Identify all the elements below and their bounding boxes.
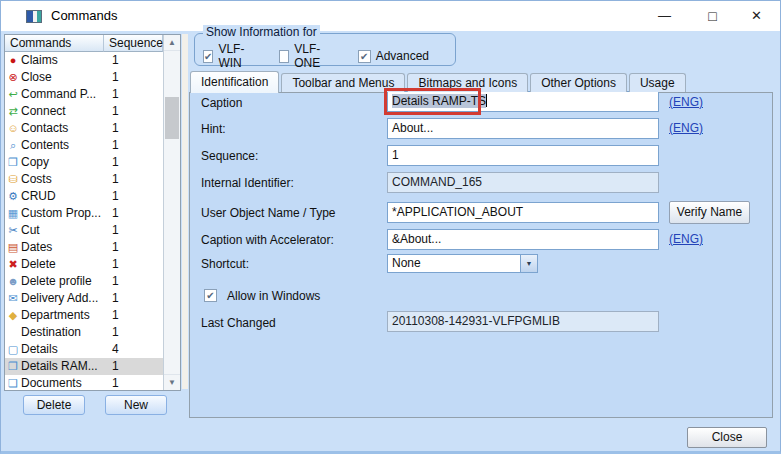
list-item-label: Delete profile xyxy=(21,273,105,290)
list-item[interactable]: ❐Details RAM...1 xyxy=(5,358,163,375)
list-item[interactable]: ▤Dates1 xyxy=(5,239,163,256)
list-item-label: Documents xyxy=(21,375,105,392)
commands-list-panel: Commands Sequence ●Claims1⊗Close1↩Comman… xyxy=(4,34,181,391)
close-window-button[interactable]: ✕ xyxy=(734,1,779,31)
sequence-input[interactable]: 1 xyxy=(387,145,659,166)
list-item[interactable]: ↩Command P...1 xyxy=(5,86,163,103)
list-item-label: Costs xyxy=(21,171,105,188)
list-item[interactable]: ☺Contacts1 xyxy=(5,120,163,137)
list-item-sequence: 1 xyxy=(105,120,163,137)
list-item-sequence: 1 xyxy=(105,137,163,154)
list-item[interactable]: ⇄Connect1 xyxy=(5,103,163,120)
list-item[interactable]: ☻Delete profile1 xyxy=(5,273,163,290)
checkbox-box[interactable]: ✔ xyxy=(358,50,371,63)
column-header-sequence[interactable]: Sequence xyxy=(104,35,163,52)
scrollbar-thumb[interactable] xyxy=(165,97,179,139)
shortcut-dropdown[interactable]: None ▼ xyxy=(387,254,538,273)
envelope-icon: ✉ xyxy=(5,290,21,307)
list-item-sequence: 1 xyxy=(105,222,163,239)
caption-label: Caption xyxy=(201,96,242,110)
list-item-sequence: 1 xyxy=(105,103,163,120)
user-object-name-label: User Object Name / Type xyxy=(201,206,336,220)
commands-rows: ●Claims1⊗Close1↩Command P...1⇄Connect1☺C… xyxy=(5,52,163,392)
list-item[interactable]: ❏Documents1 xyxy=(5,375,163,392)
list-item[interactable]: ✉Delivery Add...1 xyxy=(5,290,163,307)
checkbox-vlf-win[interactable]: ✔VLF-WIN xyxy=(203,42,253,70)
tab-identification[interactable]: Identification xyxy=(190,71,279,93)
connect-arrows-icon: ⇄ xyxy=(5,103,21,120)
scroll-down-icon[interactable]: ▼ xyxy=(164,374,180,390)
delete-button[interactable]: Delete xyxy=(23,395,85,415)
list-item-sequence: 1 xyxy=(105,324,163,341)
checkbox-label: VLF-ONE xyxy=(294,42,331,70)
commands-dialog: Commands — □ ✕ Commands Sequence ●Claims… xyxy=(0,0,781,454)
tab-bitmaps-and-icons[interactable]: Bitmaps and Icons xyxy=(407,73,528,92)
stop-circle-icon: ● xyxy=(5,52,21,69)
list-item-sequence: 1 xyxy=(105,205,163,222)
list-item[interactable]: ●Claims1 xyxy=(5,52,163,69)
list-item-label: Contacts xyxy=(21,120,105,137)
list-item-label: CRUD xyxy=(21,188,105,205)
maximize-button[interactable]: □ xyxy=(690,1,735,31)
checkbox-advanced[interactable]: ✔Advanced xyxy=(358,42,429,70)
tab-toolbar-and-menus[interactable]: Toolbar and Menus xyxy=(281,73,405,92)
list-item[interactable]: ✖Delete1 xyxy=(5,256,163,273)
delete-x-icon: ✖ xyxy=(5,256,21,273)
vertical-scrollbar[interactable]: ▲ ▼ xyxy=(163,35,180,390)
verify-name-button[interactable]: Verify Name xyxy=(669,201,750,224)
caption-with-accelerator-input[interactable]: &About... xyxy=(387,229,659,250)
list-item-sequence: 1 xyxy=(105,188,163,205)
show-information-groupbox: Show Information for ✔VLF-WINVLF-ONE✔Adv… xyxy=(194,33,456,66)
close-button[interactable]: Close xyxy=(687,427,767,448)
list-item-sequence: 1 xyxy=(105,52,163,69)
hint-eng-link[interactable]: (ENG) xyxy=(669,121,703,135)
checkbox-box[interactable]: ✔ xyxy=(203,50,213,63)
allow-in-windows-checkbox[interactable]: ✔ xyxy=(204,289,217,302)
list-item-label: Details RAM... xyxy=(21,358,105,375)
list-item[interactable]: ◆Departments1 xyxy=(5,307,163,324)
list-item[interactable]: ✂Cut1 xyxy=(5,222,163,239)
caption-with-accelerator-label: Caption with Accelerator: xyxy=(201,233,334,247)
chevron-down-icon[interactable]: ▼ xyxy=(520,255,537,272)
list-item[interactable]: ⛁Costs1 xyxy=(5,171,163,188)
shortcut-label: Shortcut: xyxy=(201,257,249,271)
caption-input[interactable]: Details RAMP-TS xyxy=(387,91,659,112)
list-item[interactable]: ▦Custom Prop...1 xyxy=(5,205,163,222)
caption-eng-link[interactable]: (ENG) xyxy=(669,95,703,109)
tab-bar: IdentificationToolbar and MenusBitmaps a… xyxy=(190,73,688,92)
list-item-label: Details xyxy=(21,341,105,358)
sequence-label: Sequence: xyxy=(201,149,258,163)
groupbox-legend: Show Information for xyxy=(203,25,320,39)
list-item-label: Dates xyxy=(21,239,105,256)
list-item-label: Copy xyxy=(21,154,105,171)
internal-identifier-label: Internal Identifier: xyxy=(201,176,294,190)
column-header-commands[interactable]: Commands xyxy=(5,35,104,52)
title-bar[interactable]: Commands — □ ✕ xyxy=(1,1,780,31)
list-item-label: Delete xyxy=(21,256,105,273)
list-item-label: Delivery Add... xyxy=(21,290,105,307)
document-icon: ❏ xyxy=(5,375,21,392)
user-object-name-input[interactable]: *APPLICATION_ABOUT xyxy=(387,202,659,223)
list-item[interactable]: ▢Details4 xyxy=(5,341,163,358)
scroll-up-icon[interactable]: ▲ xyxy=(164,35,180,51)
list-item[interactable]: Destination1 xyxy=(5,324,163,341)
list-item[interactable]: ⊗Close1 xyxy=(5,69,163,86)
list-item[interactable]: ⌕Contents1 xyxy=(5,137,163,154)
hint-input[interactable]: About... xyxy=(387,118,659,139)
window-title: Commands xyxy=(51,8,117,23)
caption-selected-text: Details RAMP-TS xyxy=(392,94,486,108)
command-arrow-icon: ↩ xyxy=(5,86,21,103)
checkbox-vlf-one[interactable]: VLF-ONE xyxy=(279,42,331,70)
list-item-label: Command P... xyxy=(21,86,105,103)
new-button[interactable]: New xyxy=(105,395,167,415)
list-item-sequence: 1 xyxy=(105,273,163,290)
list-item[interactable]: ⚙CRUD1 xyxy=(5,188,163,205)
tab-other-options[interactable]: Other Options xyxy=(530,73,627,92)
caption-with-accelerator-eng-link[interactable]: (ENG) xyxy=(669,232,703,246)
last-changed-field: 20110308-142931-VLFPGMLIB xyxy=(387,311,659,332)
tab-usage[interactable]: Usage xyxy=(629,73,686,92)
checkbox-box[interactable] xyxy=(279,50,289,63)
list-item-sequence: 1 xyxy=(105,239,163,256)
minimize-button[interactable]: — xyxy=(642,1,687,31)
list-item[interactable]: ❐Copy1 xyxy=(5,154,163,171)
